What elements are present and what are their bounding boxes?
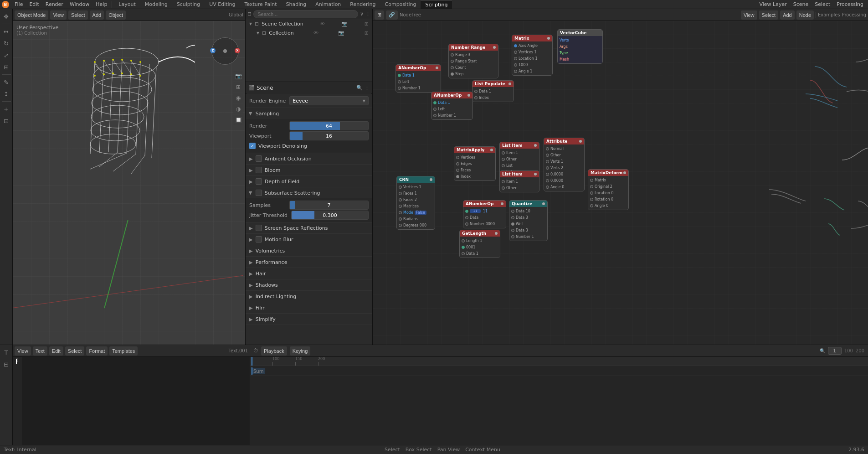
node-header-editor-btn[interactable]: ⊞ bbox=[375, 10, 384, 20]
il-header[interactable]: ▶ Indirect Lighting bbox=[246, 291, 372, 302]
render-icon[interactable]: 📷 bbox=[341, 21, 348, 27]
viewport-mode-btn[interactable]: Object Mode bbox=[15, 10, 48, 20]
tool-cursor[interactable]: ✥ bbox=[1, 11, 12, 22]
menu-file[interactable]: File bbox=[12, 0, 26, 9]
vp-tool-shading[interactable]: ◑ bbox=[233, 104, 243, 114]
tool-move[interactable]: ↔ bbox=[1, 26, 12, 37]
tab-animation[interactable]: Animation bbox=[311, 0, 345, 9]
dof-checkbox[interactable] bbox=[256, 178, 262, 185]
node-list-item-2[interactable]: List Item Item 1 Other bbox=[499, 170, 539, 192]
node-number-range[interactable]: Number Range Range 3 Range Start Count S… bbox=[448, 44, 498, 78]
timeline-playhead[interactable] bbox=[252, 357, 252, 366]
menu-help[interactable]: Help bbox=[93, 0, 110, 9]
tab-uv-editing[interactable]: UV Editing bbox=[205, 0, 240, 9]
tool-annotate[interactable]: ✎ bbox=[1, 77, 12, 88]
ao-checkbox[interactable] bbox=[256, 155, 262, 162]
text-templates-btn[interactable]: Templates bbox=[109, 346, 138, 356]
tab-layout[interactable]: Layout bbox=[114, 0, 140, 9]
props-options-icon[interactable]: ⋮ bbox=[365, 85, 370, 91]
render-engine-dropdown[interactable]: Eevee ▼ bbox=[289, 96, 369, 105]
timeline-search-icon[interactable]: 🔍 bbox=[820, 348, 825, 353]
timeline-content[interactable]: 100 150 200 Sum bbox=[250, 357, 868, 445]
status-pan[interactable]: Pan View bbox=[437, 447, 460, 453]
node-header-node-btn[interactable]: Node bbox=[796, 10, 814, 20]
viewport-object-btn[interactable]: Object bbox=[106, 10, 126, 20]
data-icon-2[interactable]: ⊞ bbox=[365, 30, 369, 36]
shadows-header[interactable]: ▶ Shadows bbox=[246, 279, 372, 290]
node-matrix-deform[interactable]: MatrixDeform Matrix Original 2 Location … bbox=[588, 169, 629, 210]
node-quantize[interactable]: Quantize Data 10 Data 3 Well Data 3 Numb… bbox=[509, 200, 548, 241]
text-view-btn[interactable]: View bbox=[15, 346, 31, 356]
tab-sculpting[interactable]: Sculpting bbox=[172, 0, 205, 9]
timeline-current-frame[interactable]: 1 bbox=[828, 347, 842, 355]
film-header[interactable]: ▶ Film bbox=[246, 302, 372, 313]
viewport-add-btn[interactable]: Add bbox=[90, 10, 104, 20]
tool-extra[interactable]: ⊡ bbox=[1, 115, 12, 126]
viewport-samples-bar[interactable]: 16 bbox=[289, 131, 369, 140]
bloom-checkbox[interactable] bbox=[256, 167, 262, 173]
outliner-filter-icon[interactable]: ⊽ bbox=[360, 11, 364, 17]
tool-add[interactable]: + bbox=[1, 103, 12, 114]
viewport-select-btn[interactable]: Select bbox=[68, 10, 88, 20]
node-anumber-op[interactable]: ANumberOp Data 1 Left Number 1 bbox=[431, 92, 473, 120]
hair-header[interactable]: ▶ Hair bbox=[246, 268, 372, 279]
menu-view-layer[interactable]: View Layer bbox=[756, 0, 789, 9]
vp-tool-grid[interactable]: ⊞ bbox=[233, 82, 243, 92]
outliner-options-icon[interactable]: ⋮ bbox=[365, 11, 370, 17]
eye-icon[interactable]: 👁 bbox=[320, 21, 325, 27]
node-list-populate[interactable]: List Populate Data 1 Index bbox=[472, 80, 514, 102]
status-context[interactable]: Context Menu bbox=[465, 447, 500, 453]
tool-scale[interactable]: ⤢ bbox=[1, 50, 12, 61]
outliner-search[interactable] bbox=[253, 10, 358, 18]
text-area-content[interactable]: 1 bbox=[13, 357, 250, 445]
bloom-header[interactable]: ▶ Bloom bbox=[246, 165, 372, 175]
timeline-playback-btn[interactable]: Playback bbox=[261, 346, 287, 356]
ssr-checkbox[interactable] bbox=[256, 225, 262, 231]
menu-scene[interactable]: Scene bbox=[791, 0, 812, 9]
status-select[interactable]: Select bbox=[385, 447, 400, 453]
tool-rotate[interactable]: ↻ bbox=[1, 38, 12, 49]
node-header-nodetree-btn[interactable]: 🔗 bbox=[386, 10, 398, 20]
text-text-btn[interactable]: Text bbox=[33, 346, 47, 356]
node-matrix-input[interactable]: ANumberOp Data 1 Left Number 1 bbox=[395, 64, 441, 93]
eye-icon-2[interactable]: 👁 bbox=[313, 30, 318, 36]
bottom-sidebar-icon-2[interactable]: ⊟ bbox=[1, 359, 12, 370]
status-box-select[interactable]: Box Select bbox=[406, 447, 432, 453]
sss-jitter-bar[interactable]: 0.300 bbox=[291, 211, 369, 220]
text-format-btn[interactable]: Format bbox=[86, 346, 108, 356]
perf-header[interactable]: ▶ Performance bbox=[246, 257, 372, 268]
ambient-occlusion-header[interactable]: ▶ Ambient Occlusion bbox=[246, 153, 372, 164]
viewport-canvas[interactable]: User Perspective (1) Collection X Z 📷 ⊞ … bbox=[13, 21, 245, 345]
props-search-icon[interactable]: 🔍 bbox=[356, 85, 363, 91]
nav-x-dot[interactable]: X bbox=[235, 48, 240, 53]
tab-shading[interactable]: Shading bbox=[282, 0, 311, 9]
node-matrix[interactable]: Matrix Axis Angle Vertices 1 Location 1 … bbox=[512, 35, 553, 76]
blender-logo[interactable]: B bbox=[2, 1, 9, 8]
tool-transform[interactable]: ⊞ bbox=[1, 62, 12, 72]
node-editor-canvas[interactable]: Number Range Range 3 Range Start Count S… bbox=[373, 21, 868, 345]
text-select-btn[interactable]: Select bbox=[65, 346, 85, 356]
sss-header[interactable]: ▶ Subsurface Scattering bbox=[246, 187, 372, 198]
menu-edit[interactable]: Edit bbox=[26, 0, 41, 9]
viewport-denoising-checkbox[interactable]: ✓ bbox=[249, 143, 256, 149]
tab-rendering[interactable]: Rendering bbox=[345, 0, 380, 9]
menu-select[interactable]: Select bbox=[812, 0, 833, 9]
render-samples-bar[interactable]: 64 bbox=[289, 121, 369, 130]
vp-tool-overlay[interactable]: ◉ bbox=[233, 93, 243, 103]
text-edit-btn[interactable]: Edit bbox=[49, 346, 63, 356]
mb-checkbox[interactable] bbox=[256, 236, 262, 242]
tab-scripting[interactable]: Scripting bbox=[421, 0, 452, 9]
vp-tool-camera[interactable]: 📷 bbox=[233, 71, 243, 81]
mb-header[interactable]: ▶ Motion Blur bbox=[246, 234, 372, 245]
tab-modeling[interactable]: Modeling bbox=[140, 0, 172, 9]
outliner-collection[interactable]: ▾ ⊟ Collection 👁 📷 ⊞ bbox=[246, 28, 372, 37]
render-icon-2[interactable]: 📷 bbox=[338, 30, 344, 36]
vol-header[interactable]: ▶ Volumetrics bbox=[246, 245, 372, 256]
vp-tool-snap[interactable]: 🔲 bbox=[233, 115, 243, 125]
timeline-keying-btn[interactable]: Keying bbox=[290, 346, 311, 356]
tab-compositing[interactable]: Compositing bbox=[380, 0, 421, 9]
dof-header[interactable]: ▶ Depth of Field bbox=[246, 176, 372, 187]
menu-processing[interactable]: Processing bbox=[834, 0, 866, 9]
sampling-header[interactable]: ▶ Sampling bbox=[246, 108, 372, 119]
menu-window[interactable]: Window bbox=[67, 0, 92, 9]
